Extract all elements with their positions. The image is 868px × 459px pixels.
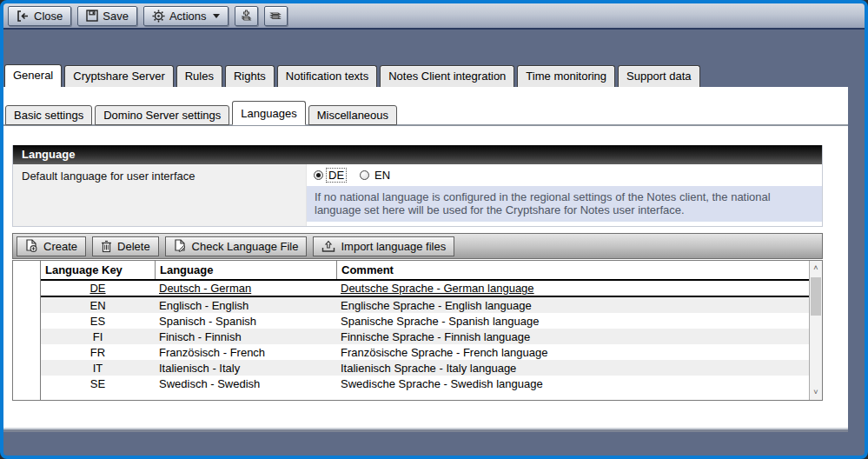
document-plus-icon (25, 239, 38, 253)
table-row-fi[interactable]: FI Finisch - Finnish Finnische Sprache -… (41, 329, 809, 344)
column-header-language[interactable]: Language (155, 261, 336, 279)
table-row-it[interactable]: IT Italienisch - Italy Italienisch Sprac… (41, 360, 809, 376)
scrollbar-thumb[interactable] (811, 277, 821, 316)
document-pencil-icon (174, 239, 187, 253)
tab-label: Rights (234, 70, 266, 83)
tab-notification-texts[interactable]: Notification texts (277, 65, 377, 87)
tab-label: General (13, 69, 53, 82)
default-language-radio-group: DE EN (307, 164, 822, 185)
upload-tray-icon (321, 240, 335, 253)
language-section: Language Default language for user inter… (12, 145, 823, 227)
section-title: Language (13, 145, 822, 164)
table-header-row: Language Key Language Comment (41, 261, 809, 279)
radio-de-label[interactable]: DE (327, 169, 346, 182)
cell-language-key: SE (41, 377, 155, 390)
cell-comment: Deutsche Sprache - German language (336, 282, 809, 295)
column-header-comment[interactable]: Comment (336, 261, 809, 279)
radio-de[interactable] (314, 170, 323, 180)
subtab-label: Basic settings (14, 109, 83, 122)
table-row-se[interactable]: SE Swedisch - Swedish Swedische Sprache … (41, 376, 809, 391)
cell-language-key: ES (41, 315, 155, 328)
check-language-file-button[interactable]: Check Language File (165, 236, 308, 256)
gear-icon (152, 10, 165, 23)
tab-label: Notes Client integration (388, 70, 506, 83)
create-button[interactable]: Create (17, 236, 86, 256)
close-button[interactable]: Close (8, 6, 71, 26)
table-grid: Language Key Language Comment DE Deutsch… (41, 261, 809, 400)
cell-comment: Englische Sprache - English language (336, 299, 809, 312)
cryptshare-config-window: Close Save Actions General (0, 0, 868, 459)
cell-language-key: EN (41, 299, 155, 312)
subtab-miscellaneous[interactable]: Miscellaneous (308, 105, 397, 125)
cell-comment: Finnische Sprache - Finnish language (336, 330, 809, 343)
stacked-lines-icon (269, 10, 282, 21)
cell-language: Englisch - English (155, 299, 336, 312)
cell-language: Französisch - French (155, 346, 336, 359)
cell-language: Italienisch - Italy (155, 362, 336, 375)
floppy-disk-icon (86, 10, 98, 22)
tab-label: Notification texts (286, 70, 368, 83)
sub-tab-bar: Basic settings Domino Server settings La… (5, 101, 397, 125)
row-marker-column (13, 261, 41, 400)
table-row-es[interactable]: ES Spanisch - Spanish Spanische Sprache … (41, 313, 809, 329)
delete-button-label: Delete (117, 240, 150, 253)
cell-comment: Spanische Sprache - Spanish language (336, 315, 809, 328)
tab-general[interactable]: General (4, 64, 62, 87)
back-arrow-icon (17, 10, 30, 22)
delete-button[interactable]: Delete (92, 236, 159, 256)
cell-comment: Swedische Sprache - Swedish language (336, 377, 809, 390)
subtab-languages[interactable]: Languages (232, 101, 305, 125)
trash-icon (101, 240, 112, 253)
table-row-en[interactable]: EN Englisch - English Englische Sprache … (41, 297, 809, 313)
actions-menu-button[interactable]: Actions (143, 6, 229, 26)
scroll-down-arrow-icon[interactable]: ˅ (810, 386, 822, 399)
cell-language-key: FR (41, 346, 155, 359)
actions-button-label: Actions (169, 10, 207, 23)
tab-notes-client-integration[interactable]: Notes Client integration (380, 65, 514, 87)
cell-comment: Französische Sprache - French language (336, 346, 809, 359)
tab-time-monitoring[interactable]: Time monitoring (517, 65, 615, 87)
import-language-files-button[interactable]: Import language files (313, 236, 454, 256)
forward-stack-button[interactable] (235, 6, 258, 26)
cell-language-key: IT (41, 362, 155, 375)
subtab-label: Languages (241, 107, 296, 120)
subtab-label: Domino Server settings (103, 109, 221, 122)
cell-language: Swedisch - Swedish (155, 377, 336, 390)
radio-en-label[interactable]: EN (373, 169, 392, 182)
table-row-fr[interactable]: FR Französisch - French Französische Spr… (41, 344, 809, 360)
table-action-bar: Create Delete Check Language File Import… (12, 233, 823, 259)
create-button-label: Create (43, 240, 77, 253)
scroll-up-arrow-icon[interactable]: ˄ (810, 262, 822, 275)
cell-language-key: FI (41, 330, 155, 343)
chevron-down-icon (213, 14, 220, 18)
cell-language: Deutsch - German (155, 282, 336, 295)
tab-cryptshare-server[interactable]: Cryptshare Server (64, 65, 173, 87)
subtab-label: Miscellaneous (317, 109, 388, 122)
subtab-domino-server-settings[interactable]: Domino Server settings (95, 105, 229, 125)
main-tab-bar: General Cryptshare Server Rules Rights N… (4, 66, 700, 87)
toolbar: Close Save Actions (3, 3, 865, 30)
save-button-label: Save (103, 10, 129, 23)
stacked-lines-button[interactable] (264, 6, 288, 26)
radio-en[interactable] (360, 170, 369, 180)
cell-language: Finisch - Finnish (155, 330, 336, 343)
column-header-language-key[interactable]: Language Key (41, 261, 155, 279)
tab-label: Rules (185, 70, 214, 83)
close-button-label: Close (34, 10, 63, 23)
language-table: Language Key Language Comment DE Deutsch… (12, 260, 823, 401)
cell-language: Spanisch - Spanish (155, 315, 336, 328)
import-button-label: Import language files (341, 240, 446, 253)
tab-support-data[interactable]: Support data (618, 65, 699, 87)
table-row-de[interactable]: DE Deutsch - German Deutsche Sprache - G… (41, 279, 809, 297)
tab-rules[interactable]: Rules (176, 65, 222, 87)
check-button-label: Check Language File (192, 240, 299, 253)
form-area: Basic settings Domino Server settings La… (3, 87, 848, 432)
save-button[interactable]: Save (77, 6, 137, 26)
tab-label: Time monitoring (526, 70, 606, 83)
language-help-note: If no national language is configured in… (307, 186, 822, 222)
tab-label: Support data (626, 70, 691, 83)
cell-language-key: DE (41, 282, 155, 295)
subtab-basic-settings[interactable]: Basic settings (5, 105, 92, 125)
tab-rights[interactable]: Rights (225, 65, 275, 87)
vertical-scrollbar[interactable]: ˄ ˅ (809, 261, 822, 400)
